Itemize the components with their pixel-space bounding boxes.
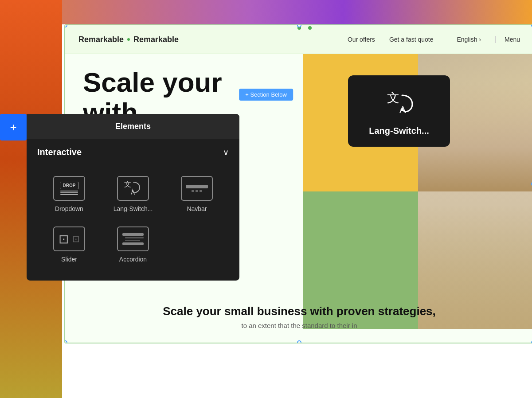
slider-icon: ⊡ ⊡	[53, 226, 85, 251]
accordion-label: Accordion	[119, 256, 147, 263]
interactive-section: Interactive ∨ DROP Dropdown	[27, 139, 239, 281]
elements-panel-header: Elements	[27, 114, 239, 139]
lang-switch-icon-box: 文 A	[117, 176, 149, 201]
svg-text:A: A	[399, 104, 406, 115]
lang-switch-tooltip-label: Lang-Switch...	[369, 126, 429, 136]
interactive-section-title: Interactive	[37, 147, 82, 157]
nav-link-offers: Our offers	[348, 36, 375, 43]
element-item-slider[interactable]: ⊡ ⊡ Slider	[37, 219, 101, 270]
section-below-button[interactable]: + Section Below	[239, 89, 293, 101]
navbar-label: Navbar	[187, 205, 207, 212]
selection-handle-bl	[64, 340, 67, 343]
element-item-accordion[interactable]: Accordion	[101, 219, 165, 270]
interactive-section-header[interactable]: Interactive ∨	[27, 139, 239, 165]
bottom-sub: to an extent that the standard to their …	[74, 322, 524, 329]
website-bottom-text: Scale your small business with proven st…	[65, 296, 532, 338]
elements-panel: Elements Interactive ∨ DROP	[27, 114, 239, 281]
selection-handle-bm	[297, 340, 301, 343]
website-navbar: Remarkable Remarkable Our offers Get a f…	[65, 25, 532, 54]
svg-text:文: 文	[124, 180, 131, 188]
section-below-label: + Section Below	[245, 91, 287, 98]
bottom-headline: Scale your small business with proven st…	[74, 304, 524, 318]
background-top-gradient	[62, 0, 532, 24]
add-element-icon: +	[10, 121, 16, 134]
nav-logo-text: Remarkable	[78, 35, 124, 44]
element-item-lang-switch[interactable]: 文 A Lang-Switch...	[101, 169, 165, 219]
element-item-navbar[interactable]: Navbar	[165, 169, 229, 219]
element-item-dropdown[interactable]: DROP Dropdown	[37, 169, 101, 219]
nav-logo-dot	[127, 38, 130, 41]
dropdown-icon: DROP	[53, 176, 85, 201]
nav-lang: English ›	[448, 36, 481, 43]
element-grid: DROP Dropdown 文	[27, 165, 239, 281]
lang-switch-tooltip: 文 A Lang-Switch...	[348, 75, 450, 147]
chevron-down-icon: ∨	[223, 148, 229, 157]
dropdown-label: Dropdown	[55, 205, 83, 212]
nav-menu: Menu	[495, 36, 520, 43]
accordion-icon	[117, 226, 149, 251]
nav-indicator-2	[308, 26, 312, 30]
lang-switch-label-text: Lang-Switch...	[113, 205, 153, 212]
svg-text:文: 文	[387, 91, 399, 105]
elements-panel-title: Elements	[115, 122, 151, 131]
svg-text:A: A	[131, 189, 135, 195]
navbar-icon	[181, 176, 213, 201]
nav-logo-subtitle: Remarkable	[133, 35, 179, 44]
slider-label: Slider	[61, 256, 77, 263]
nav-link-quote: Get a fast quote	[389, 36, 434, 43]
add-element-button[interactable]: +	[0, 114, 27, 140]
nav-links: Our offers Get a fast quote English › Me…	[348, 36, 520, 43]
lang-switch-icon: 文 A	[383, 89, 415, 119]
nav-logo: Remarkable Remarkable	[78, 35, 179, 44]
